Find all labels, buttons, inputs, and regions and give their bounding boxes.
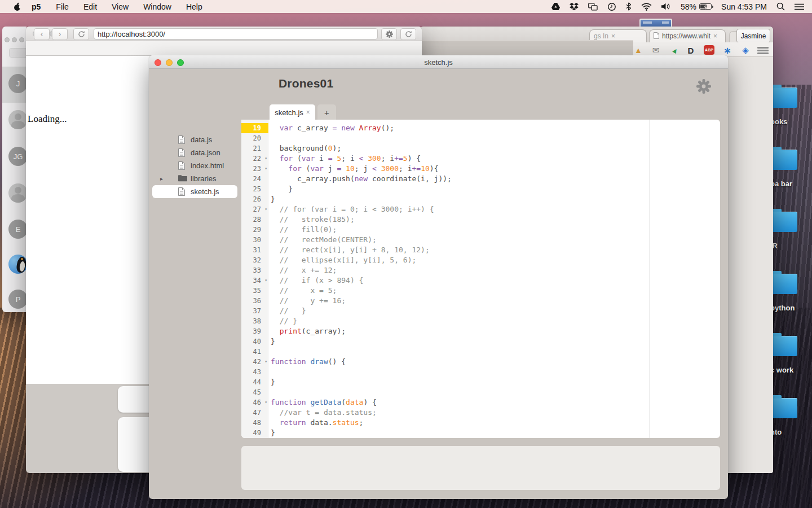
desktop-folder-icon[interactable]: [770, 150, 797, 170]
conversation-avatar[interactable]: JG: [8, 147, 27, 166]
code-line-49[interactable]: 49}: [241, 428, 720, 438]
menu-edit[interactable]: Edit: [76, 2, 104, 11]
file-tree-item-data-json[interactable]: data.json: [152, 146, 237, 159]
tab-sketch-js[interactable]: sketch.js ×: [270, 104, 315, 120]
code-line-38[interactable]: 38 // }: [241, 316, 720, 326]
abp-extension-icon[interactable]: ABP: [704, 45, 714, 55]
code-line-28[interactable]: 28 // stroke(185);: [241, 214, 720, 225]
line-number[interactable]: 48: [241, 418, 268, 428]
code-line-32[interactable]: 32 // ellipse(x[i], y[i], 5, 6);: [241, 255, 720, 265]
window-close-button[interactable]: [5, 37, 10, 42]
desktop-folder-label[interactable]: c work: [770, 366, 812, 374]
line-number[interactable]: 47: [241, 408, 268, 418]
fold-marker-icon[interactable]: ▾: [264, 275, 267, 286]
code-line-40[interactable]: 40}: [241, 336, 720, 347]
line-number[interactable]: 34▾: [241, 275, 268, 286]
bluetooth-icon[interactable]: [626, 2, 632, 11]
line-number[interactable]: 23▾: [241, 164, 268, 174]
conversation-avatar[interactable]: [8, 255, 27, 274]
line-number[interactable]: 36: [241, 296, 268, 306]
close-tab-icon[interactable]: ×: [306, 108, 310, 116]
line-number[interactable]: 31: [241, 245, 268, 255]
notification-center-icon[interactable]: [795, 3, 804, 10]
line-number[interactable]: 43: [241, 367, 268, 377]
line-number[interactable]: 37: [241, 306, 268, 316]
google-drive-icon[interactable]: [551, 3, 560, 10]
refresh-button[interactable]: [73, 28, 89, 40]
code-line-47[interactable]: 47 //var t = data.status;: [241, 408, 720, 418]
code-line-21[interactable]: 21 background(0);: [241, 143, 720, 154]
code-line-46[interactable]: 46▾function getData(data) {: [241, 397, 720, 408]
volume-icon[interactable]: [661, 3, 671, 10]
line-number[interactable]: 49: [241, 428, 268, 438]
expand-chevron-icon[interactable]: ▸: [160, 172, 163, 185]
conversation-avatar[interactable]: [8, 183, 27, 203]
line-number[interactable]: 27▾: [241, 204, 268, 214]
desktop-folder-icon[interactable]: [770, 398, 797, 418]
search-field-stub[interactable]: [9, 48, 27, 58]
chrome-profile-button[interactable]: Jasmine: [736, 29, 770, 43]
code-line-35[interactable]: 35 // x = 5;: [241, 286, 720, 296]
code-line-19[interactable]: 19 var c_array = new Array();: [241, 123, 720, 133]
line-number[interactable]: 39: [241, 326, 268, 336]
line-number[interactable]: 30: [241, 235, 268, 245]
line-number[interactable]: 33: [241, 265, 268, 275]
line-number[interactable]: 28: [241, 214, 268, 225]
conversation-avatar[interactable]: J: [8, 74, 27, 93]
desktop-folder-label[interactable]: python: [770, 304, 812, 312]
line-number[interactable]: 25: [241, 184, 268, 194]
menu-view[interactable]: View: [104, 2, 136, 11]
new-tab-button[interactable]: +: [317, 104, 336, 120]
code-line-48[interactable]: 48 return data.status;: [241, 418, 720, 428]
code-editor[interactable]: 19 var c_array = new Array();2021 backgr…: [241, 120, 720, 438]
code-line-25[interactable]: 25 }: [241, 184, 720, 194]
console-panel[interactable]: [241, 446, 720, 490]
window-minimize-button[interactable]: [12, 37, 17, 42]
code-line-45[interactable]: 45: [241, 387, 720, 397]
code-line-29[interactable]: 29 // fill(0);: [241, 225, 720, 235]
file-tree-item-libraries[interactable]: ▸libraries: [152, 172, 237, 185]
code-line-34[interactable]: 34▾ // if (x > 894) {: [241, 275, 720, 286]
url-field[interactable]: http://localhost:3000/: [94, 28, 378, 40]
code-line-30[interactable]: 30 // rectMode(CENTER);: [241, 235, 720, 245]
line-number[interactable]: 45: [241, 387, 268, 397]
code-line-31[interactable]: 31 // rect(x[i], y[i] + 8, 10, 12);: [241, 245, 720, 255]
desktop-folder-label[interactable]: IR: [770, 242, 812, 250]
line-number[interactable]: 38: [241, 316, 268, 326]
conversation-avatar[interactable]: [8, 110, 27, 129]
line-number[interactable]: 29: [241, 225, 268, 235]
desktop-folder-icon[interactable]: [770, 274, 797, 294]
line-number[interactable]: 44: [241, 377, 268, 387]
reload-sketch-button[interactable]: [400, 28, 416, 40]
code-line-20[interactable]: 20: [241, 133, 720, 143]
blue-star-extension-icon[interactable]: ∗: [722, 45, 733, 55]
menu-file[interactable]: File: [48, 2, 76, 11]
conversation-avatar[interactable]: E: [8, 220, 27, 239]
menu-window[interactable]: Window: [136, 2, 179, 11]
line-number[interactable]: 21: [241, 143, 268, 154]
menu-help[interactable]: Help: [179, 2, 210, 11]
line-number[interactable]: 41: [241, 347, 268, 357]
code-line-22[interactable]: 22▾ for (var i = 5; i < 300; i+=5) {: [241, 154, 720, 164]
code-line-43[interactable]: 43: [241, 367, 720, 377]
battery-status[interactable]: 58%: [681, 2, 712, 11]
drive-extension-icon[interactable]: ▲: [633, 45, 644, 55]
desktop-folder-label[interactable]: oa bar: [770, 179, 812, 188]
sketch-settings-button[interactable]: [381, 28, 397, 40]
fold-marker-icon[interactable]: ▾: [264, 204, 267, 214]
line-number[interactable]: 40: [241, 336, 268, 347]
menu-bar-clock[interactable]: Sun 4:53 PM: [721, 2, 767, 11]
line-number[interactable]: 42▾: [241, 357, 268, 367]
code-line-27[interactable]: 27▾ // for (var i = 0; i < 3000; i++) {: [241, 204, 720, 214]
desktop-folder-icon[interactable]: [770, 87, 797, 108]
line-number[interactable]: 32: [241, 255, 268, 265]
line-number[interactable]: 24: [241, 174, 268, 184]
desktop-folder-icon[interactable]: [770, 336, 797, 356]
close-tab-icon[interactable]: ×: [611, 32, 615, 40]
conversation-avatar[interactable]: P: [8, 290, 27, 309]
gmail-extension-icon[interactable]: ✉: [650, 45, 661, 55]
chrome-menu-icon[interactable]: [757, 47, 769, 54]
p5-editor-window[interactable]: sketch.js Drones01 sketch.js × + data.js…: [149, 55, 728, 499]
desktop-folder-label[interactable]: hto: [770, 428, 812, 436]
fold-marker-icon[interactable]: ▾: [264, 164, 267, 174]
